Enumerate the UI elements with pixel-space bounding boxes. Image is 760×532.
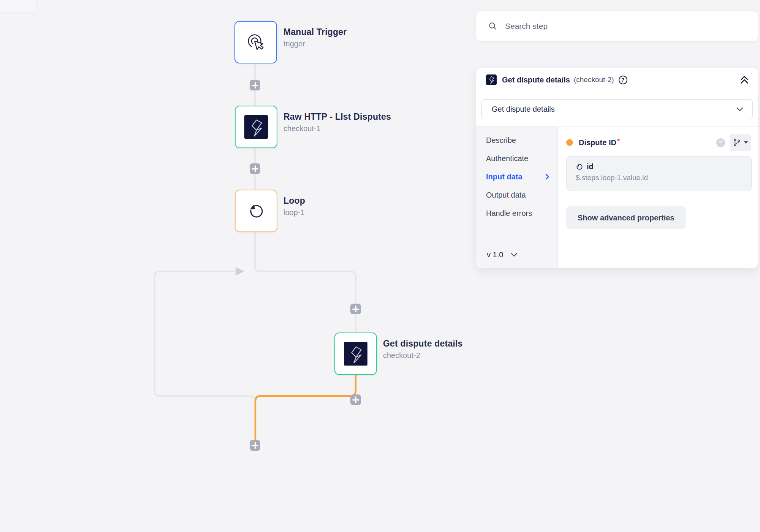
add-step-button[interactable] <box>250 440 260 451</box>
step-search-bar <box>476 11 758 41</box>
mapped-value-path: $.steps.loop-1.value.id <box>576 174 742 182</box>
field-mapping-button[interactable] <box>730 134 751 151</box>
version-selector[interactable]: v 1.0 <box>487 250 518 259</box>
wire-loop-back <box>155 271 255 401</box>
chevron-down-icon <box>510 252 518 258</box>
node-checkout-2[interactable] <box>334 332 377 375</box>
panel-header: Get dispute details (checkout-2) ? <box>486 72 749 87</box>
checkout-logo-icon <box>486 74 497 85</box>
chevron-down-icon <box>736 106 744 112</box>
panel-step-id: (checkout-2) <box>574 76 614 84</box>
node-subtitle: trigger <box>283 39 347 48</box>
node-subtitle: checkout-2 <box>383 351 463 360</box>
chevron-right-icon <box>545 173 550 180</box>
node-title: Manual Trigger <box>283 27 347 37</box>
node-manual-trigger[interactable] <box>234 21 277 63</box>
tab-describe[interactable]: Describe <box>476 131 557 149</box>
double-chevron-up-icon <box>739 75 749 85</box>
node-loop[interactable] <box>235 190 277 232</box>
loop-icon <box>244 199 268 223</box>
mapped-field-dot-icon <box>566 139 573 146</box>
panel-title: Get dispute details <box>502 76 570 84</box>
tab-handle-errors[interactable]: Handle errors <box>476 204 557 222</box>
loop-back-arrowhead-icon <box>236 267 244 276</box>
action-select[interactable]: Get dispute details <box>481 99 753 119</box>
git-branch-icon <box>733 138 741 147</box>
add-step-button[interactable] <box>350 304 361 314</box>
checkout-logo-icon <box>344 342 367 366</box>
action-select-value: Get dispute details <box>492 105 555 114</box>
input-data-content: Dispute ID * ? <box>558 127 758 268</box>
field-help-icon[interactable]: ? <box>716 138 725 147</box>
mapped-value-name: id <box>587 162 594 171</box>
checkout-logo-icon <box>244 115 268 139</box>
add-step-button[interactable] <box>250 163 260 174</box>
show-advanced-properties-button[interactable]: Show advanced properties <box>566 206 686 229</box>
tab-authenticate[interactable]: Authenticate <box>476 149 557 168</box>
dispute-id-field-row: Dispute ID * ? <box>566 136 751 149</box>
node-subtitle: loop-1 <box>283 208 305 217</box>
search-icon <box>488 22 497 31</box>
node-checkout-1[interactable] <box>235 106 277 148</box>
tab-input-data[interactable]: Input data <box>476 168 557 186</box>
panel-nav: Describe Authenticate Input data Output … <box>476 127 558 268</box>
wire-active-loop-exit <box>255 374 356 440</box>
collapse-panel-button[interactable] <box>739 75 749 85</box>
required-asterisk: * <box>617 137 620 146</box>
step-config-panel: Get dispute details (checkout-2) ? Get d… <box>476 68 758 268</box>
add-step-button[interactable] <box>250 80 260 90</box>
node-title: Get dispute details <box>383 338 463 349</box>
node-subtitle: checkout-1 <box>283 124 391 133</box>
version-label: v 1.0 <box>487 250 503 259</box>
field-label: Dispute ID <box>579 138 616 147</box>
help-icon[interactable]: ? <box>619 76 627 84</box>
panel-body: Describe Authenticate Input data Output … <box>476 126 758 268</box>
caret-down-icon <box>744 141 748 144</box>
node-title: Loop <box>283 195 305 206</box>
tab-output-data[interactable]: Output data <box>476 186 557 204</box>
add-step-button[interactable] <box>350 394 361 405</box>
node-title: Raw HTTP - LIst Disputes <box>283 111 391 122</box>
manual-trigger-icon <box>244 30 268 54</box>
search-input[interactable] <box>504 21 758 31</box>
loop-variable-icon <box>576 163 583 171</box>
dispute-id-value-box[interactable]: id $.steps.loop-1.value.id <box>566 156 752 191</box>
